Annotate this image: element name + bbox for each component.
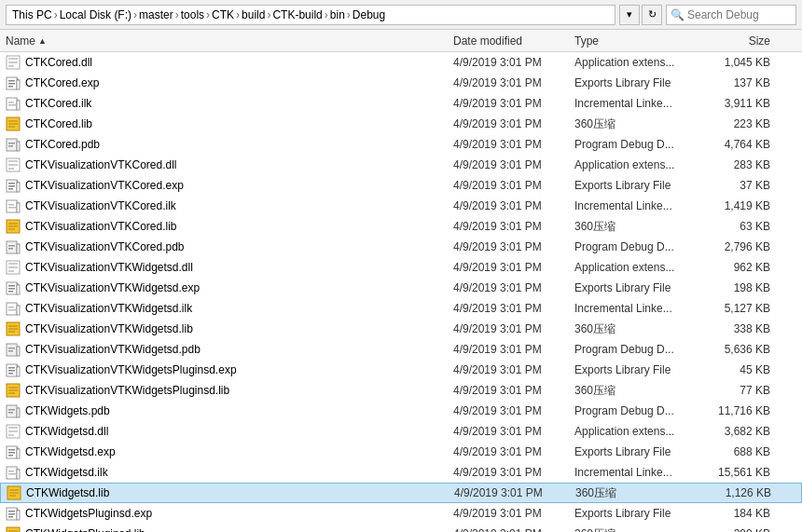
- svg-rect-32: [8, 185, 15, 187]
- svg-rect-86: [8, 412, 13, 414]
- file-name-cell: CTKWidgets.pdb: [6, 403, 453, 418]
- file-name-cell: CTKVisualizationVTKCored.ilk: [6, 198, 453, 213]
- table-row[interactable]: CTKWidgets.pdb 4/9/2019 3:01 PM Program …: [0, 401, 802, 421]
- table-row[interactable]: CTKVisualizationVTKCored.dll 4/9/2019 3:…: [0, 155, 802, 175]
- file-size-cell: 4,764 KB: [696, 138, 770, 151]
- file-date-cell: 4/9/2019 3:01 PM: [453, 56, 574, 69]
- column-headers: Name ▲ Date modified Type Size: [0, 30, 802, 52]
- col-header-date[interactable]: Date modified: [453, 34, 574, 48]
- path-debug[interactable]: Debug: [353, 8, 385, 21]
- filename-text: CTKVisualizationVTKCored.dll: [25, 158, 177, 171]
- svg-rect-108: [17, 511, 20, 520]
- file-type-cell: Incremental Linke...: [574, 97, 696, 110]
- dropdown-button[interactable]: ▾: [619, 5, 640, 25]
- exp-icon: [6, 75, 21, 90]
- table-row[interactable]: CTKCored.exp 4/9/2019 3:01 PM Exports Li…: [0, 73, 802, 93]
- file-date-cell: 4/9/2019 3:01 PM: [454, 486, 575, 499]
- table-row[interactable]: CTKVisualizationVTKCored.lib 4/9/2019 3:…: [0, 216, 802, 237]
- file-size-cell: 1,126 KB: [697, 486, 771, 499]
- table-row[interactable]: CTKVisualizationVTKCored.exp 4/9/2019 3:…: [0, 175, 802, 196]
- file-type-cell: Application extens...: [574, 158, 696, 171]
- lib-icon: [6, 219, 21, 234]
- file-type-cell: 360压缩: [574, 526, 696, 533]
- svg-rect-12: [17, 101, 20, 110]
- file-size-cell: 37 KB: [696, 179, 770, 192]
- search-input[interactable]: [687, 8, 792, 21]
- col-header-type[interactable]: Type: [574, 34, 696, 48]
- svg-rect-13: [8, 102, 14, 103]
- filename-text: CTKVisualizationVTKWidgetsPluginsd.lib: [25, 384, 229, 397]
- table-row[interactable]: CTKWidgetsPluginsd.lib 4/9/2019 3:01 PM …: [0, 524, 802, 532]
- file-type-cell: Incremental Linke...: [574, 302, 696, 315]
- path-build[interactable]: build: [242, 8, 265, 21]
- col-header-name[interactable]: Name ▲: [6, 34, 453, 48]
- address-path[interactable]: This PC › Local Disk (F:) › master › too…: [6, 5, 615, 25]
- table-row[interactable]: CTKVisualizationVTKCored.pdb 4/9/2019 3:…: [0, 237, 802, 257]
- path-ctkbuild[interactable]: CTK-build: [272, 8, 322, 21]
- file-size-cell: 5,127 KB: [696, 302, 770, 315]
- file-list[interactable]: CTKCored.dll 4/9/2019 3:01 PM Applicatio…: [0, 52, 802, 532]
- svg-rect-2: [8, 61, 18, 63]
- table-row[interactable]: CTKVisualizationVTKWidgetsPluginsd.lib 4…: [0, 380, 802, 401]
- table-row[interactable]: CTKVisualizationVTKCored.ilk 4/9/2019 3:…: [0, 196, 802, 216]
- svg-rect-41: [8, 225, 18, 227]
- file-size-cell: 688 KB: [696, 445, 770, 458]
- svg-rect-51: [8, 270, 14, 272]
- file-type-cell: Application extens...: [574, 261, 696, 274]
- path-thispc[interactable]: This PC: [12, 8, 52, 21]
- svg-rect-18: [8, 126, 15, 128]
- path-localdisk[interactable]: Local Disk (F:): [60, 8, 131, 21]
- path-ctk[interactable]: CTK: [212, 8, 234, 21]
- file-size-cell: 11,716 KB: [696, 404, 770, 417]
- table-row[interactable]: CTKVisualizationVTKWidgetsd.lib 4/9/2019…: [0, 319, 802, 339]
- table-row[interactable]: CTKWidgetsd.dll 4/9/2019 3:01 PM Applica…: [0, 421, 802, 442]
- svg-rect-89: [8, 430, 18, 432]
- file-type-cell: Exports Library File: [574, 445, 696, 458]
- svg-rect-75: [8, 367, 15, 369]
- table-row[interactable]: CTKWidgetsPluginsd.exp 4/9/2019 3:01 PM …: [0, 503, 802, 524]
- file-size-cell: 2,796 KB: [696, 240, 770, 253]
- filename-text: CTKCored.dll: [25, 56, 92, 69]
- path-tools[interactable]: tools: [181, 8, 204, 21]
- svg-rect-84: [17, 408, 20, 417]
- filename-text: CTKVisualizationVTKCored.ilk: [25, 199, 176, 212]
- table-row[interactable]: CTKCored.pdb 4/9/2019 3:01 PM Program De…: [0, 134, 802, 155]
- search-box[interactable]: 🔍: [666, 5, 796, 25]
- file-date-cell: 4/9/2019 3:01 PM: [453, 97, 574, 110]
- exp-icon: [6, 178, 21, 193]
- col-header-size[interactable]: Size: [696, 34, 770, 48]
- table-row[interactable]: CTKCored.lib 4/9/2019 3:01 PM 360压缩 223 …: [0, 114, 802, 134]
- table-row[interactable]: CTKVisualizationVTKWidgetsd.ilk 4/9/2019…: [0, 298, 802, 319]
- table-row[interactable]: CTKCored.ilk 4/9/2019 3:01 PM Incrementa…: [0, 93, 802, 114]
- svg-rect-25: [8, 160, 18, 162]
- svg-rect-46: [8, 245, 15, 247]
- file-size-cell: 299 KB: [696, 527, 770, 532]
- file-date-cell: 4/9/2019 3:01 PM: [453, 466, 574, 479]
- svg-rect-31: [8, 183, 15, 184]
- file-name-cell: CTKVisualizationVTKWidgetsd.lib: [6, 321, 453, 336]
- path-master[interactable]: master: [139, 8, 173, 21]
- table-row[interactable]: CTKVisualizationVTKWidgetsd.dll 4/9/2019…: [0, 257, 802, 278]
- table-row[interactable]: CTKVisualizationVTKWidgetsd.exp 4/9/2019…: [0, 278, 802, 298]
- table-row[interactable]: CTKWidgetsd.lib 4/9/2019 3:01 PM 360压缩 1…: [0, 483, 802, 503]
- svg-rect-77: [8, 373, 13, 375]
- path-bin[interactable]: bin: [330, 8, 345, 21]
- svg-rect-14: [8, 104, 16, 106]
- svg-rect-23: [8, 145, 13, 147]
- refresh-button[interactable]: ↻: [642, 5, 662, 25]
- svg-rect-38: [8, 207, 16, 209]
- svg-rect-45: [17, 244, 20, 253]
- sort-arrow-icon: ▲: [38, 36, 47, 46]
- table-row[interactable]: CTKVisualizationVTKWidgetsd.pdb 4/9/2019…: [0, 339, 802, 360]
- address-bar: This PC › Local Disk (F:) › master › too…: [0, 0, 802, 30]
- table-row[interactable]: CTKWidgetsd.exp 4/9/2019 3:01 PM Exports…: [0, 442, 802, 462]
- table-row[interactable]: CTKVisualizationVTKWidgetsPluginsd.exp 4…: [0, 360, 802, 380]
- table-row[interactable]: CTKCored.dll 4/9/2019 3:01 PM Applicatio…: [0, 52, 802, 73]
- file-size-cell: 45 KB: [696, 363, 770, 376]
- svg-rect-36: [17, 203, 20, 212]
- table-row[interactable]: CTKWidgetsd.ilk 4/9/2019 3:01 PM Increme…: [0, 462, 802, 483]
- svg-rect-10: [7, 98, 17, 110]
- file-name-cell: CTKVisualizationVTKWidgetsd.ilk: [6, 301, 453, 316]
- svg-rect-65: [8, 328, 18, 330]
- svg-rect-19: [7, 139, 17, 151]
